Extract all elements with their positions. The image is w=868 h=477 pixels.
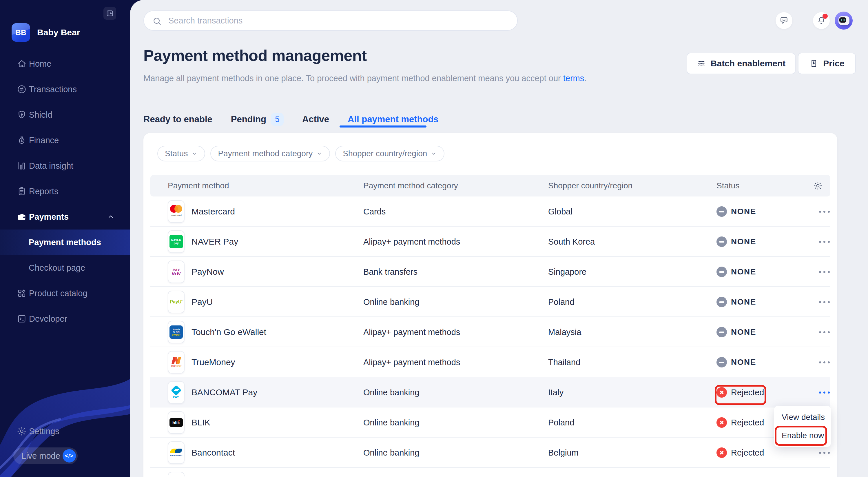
shopper-country: Italy [548, 377, 563, 408]
active-tab-underline [340, 125, 427, 127]
tab-pending[interactable]: Pending5 [231, 113, 284, 126]
sidebar-item-shield[interactable]: Shield [0, 102, 130, 127]
avatar[interactable] [835, 11, 852, 30]
shopper-country: Singapore [548, 257, 586, 287]
minus-circle-icon [716, 357, 727, 367]
sidebar-item-reports[interactable]: Reports [0, 179, 130, 204]
payment-method-name: TrueMoney [191, 347, 235, 377]
payment-method-category: Alipay+ payment methods [363, 227, 460, 257]
notification-dot [823, 13, 828, 19]
notifications-button[interactable] [813, 12, 830, 29]
status-badge: Rejected [716, 377, 764, 408]
minus-circle-icon [716, 206, 727, 217]
sidebar-subitem-payment-methods[interactable]: Payment methods [0, 230, 130, 255]
payment-method-name: PayU [191, 287, 213, 317]
payment-methods-card: StatusPayment method categoryShopper cou… [144, 133, 837, 477]
page-subtitle: Manage all payment methods in one place.… [144, 73, 586, 83]
sidebar-item-developer[interactable]: Developer [0, 306, 130, 331]
shield-icon [17, 110, 27, 120]
table-row-touch-n-go-ewallet[interactable]: Touch’n GOeWalletTouch'n Go eWalletAlipa… [150, 317, 830, 347]
tab-active[interactable]: Active [302, 114, 329, 125]
minus-circle-icon [716, 236, 727, 247]
row-more-button[interactable] [815, 257, 833, 287]
filter-payment-method-category[interactable]: Payment method category [210, 146, 330, 161]
sidebar-item-label: Product catalog [29, 289, 88, 298]
status-badge: NONE [716, 227, 756, 257]
row-more-button[interactable] [815, 317, 833, 347]
table-row-naver-pay[interactable]: NAVERpayNAVER PayAlipay+ payment methods… [150, 227, 830, 257]
row-more-button[interactable] [815, 347, 833, 377]
finance-icon [17, 135, 27, 146]
shopper-country: Poland [548, 408, 574, 438]
sidebar-item-home[interactable]: Home [0, 51, 130, 77]
merchant-logo: BB [11, 23, 30, 42]
sidebar-item-label: Shield [29, 110, 53, 120]
sidebar-item-label: Home [29, 59, 51, 69]
tab-label: Active [302, 114, 329, 125]
menu-item-enable-now[interactable]: Enable now [774, 426, 831, 445]
naver-pay-logo: NAVERpay [168, 230, 185, 253]
table-row-bancomat-pay[interactable]: PAY.BANCOMAT PayOnline bankingItalyRejec… [150, 377, 830, 408]
truemoney-logo: truemoney [168, 351, 185, 374]
row-more-button[interactable] [815, 227, 833, 257]
payment-method-category: Cards [363, 197, 385, 227]
live-mode-toggle[interactable]: Live mode </> [13, 447, 78, 464]
table-row-mastercard[interactable]: mastercardMastercardCardsGlobalNONE [150, 197, 830, 227]
status-badge: NONE [716, 257, 756, 287]
status-badge: NONE [716, 347, 756, 377]
tab-label: Pending [231, 114, 266, 125]
menu-item-view-details[interactable]: View details [774, 408, 831, 426]
shopper-country: South Korea [548, 227, 595, 257]
filter-status[interactable]: Status [157, 146, 205, 161]
table-row-bancontact[interactable]: BancontactBancontactOnline bankingBelgiu… [150, 438, 830, 468]
minus-circle-icon [716, 267, 727, 277]
status-label: NONE [731, 327, 756, 337]
sidebar-item-finance[interactable]: Finance [0, 127, 130, 153]
payment-method-name: Bancontact [191, 438, 235, 468]
table-row-payu[interactable]: PayU•PayUOnline bankingPolandNONE [150, 287, 830, 317]
minus-circle-icon [716, 297, 727, 307]
transactions-icon [17, 84, 27, 94]
status-badge: Rejected [716, 438, 764, 468]
payments-icon [17, 212, 27, 222]
sidebar-item-label: Finance [29, 136, 59, 145]
brand[interactable]: BB Baby Bear [11, 23, 80, 42]
sidebar-item-data-insight[interactable]: Data insight [0, 153, 130, 179]
chevron-down-icon [316, 150, 322, 157]
feedback-button[interactable] [776, 12, 793, 29]
column-settings-icon[interactable] [813, 181, 823, 191]
sidebar-item-settings[interactable]: Settings [0, 418, 130, 444]
batch-enablement-button[interactable]: Batch enablement [687, 53, 796, 74]
sidebar-collapse-button[interactable] [103, 7, 116, 20]
row-more-button[interactable] [815, 377, 833, 408]
payment-method-name: BANCOMAT Pay [191, 377, 257, 408]
sidebar-item-product-catalog[interactable]: Product catalog [0, 280, 130, 306]
status-label: NONE [731, 297, 756, 307]
shopper-country: Malaysia [548, 317, 581, 347]
tab-ready-to-enable[interactable]: Ready to enable [144, 114, 212, 125]
table-row-paynow[interactable]: PAYN◐WPayNowBank transfersSingaporeNONE [150, 257, 830, 287]
row-more-button[interactable] [815, 197, 833, 227]
table-row-blik[interactable]: blikBLIKOnline bankingPolandRejected [150, 408, 830, 438]
payment-method-name: Touch'n Go eWallet [191, 317, 266, 347]
sidebar-subitem-checkout-page[interactable]: Checkout page [0, 255, 130, 280]
payu-logo: PayU• [168, 291, 185, 313]
terms-link[interactable]: terms [563, 73, 584, 83]
paynow-logo: PAYN◐W [168, 261, 185, 283]
x-circle-icon [716, 447, 727, 458]
sidebar-nav: HomeTransactionsShieldFinanceData insigh… [0, 51, 130, 331]
payment-method-category: Online banking [363, 287, 419, 317]
filter-shopper-country-region[interactable]: Shopper country/region [335, 146, 444, 161]
touch-n-go-ewallet-logo: Touch’n GOeWallet [168, 321, 185, 344]
developer-icon [17, 314, 27, 324]
search-input[interactable] [168, 11, 510, 30]
price-button[interactable]: Price [798, 53, 856, 74]
sidebar-item-transactions[interactable]: Transactions [0, 77, 130, 102]
tab-all-payment-methods[interactable]: All payment methods [348, 114, 439, 125]
tab-bar: Ready to enablePending5ActiveAll payment… [144, 112, 439, 127]
table-row-truemoney[interactable]: truemoneyTrueMoneyAlipay+ payment method… [150, 347, 830, 377]
tabs-divider [144, 127, 856, 127]
sidebar-item-payments[interactable]: Payments [0, 204, 130, 230]
row-more-button[interactable] [815, 287, 833, 317]
status-label: NONE [731, 358, 756, 367]
